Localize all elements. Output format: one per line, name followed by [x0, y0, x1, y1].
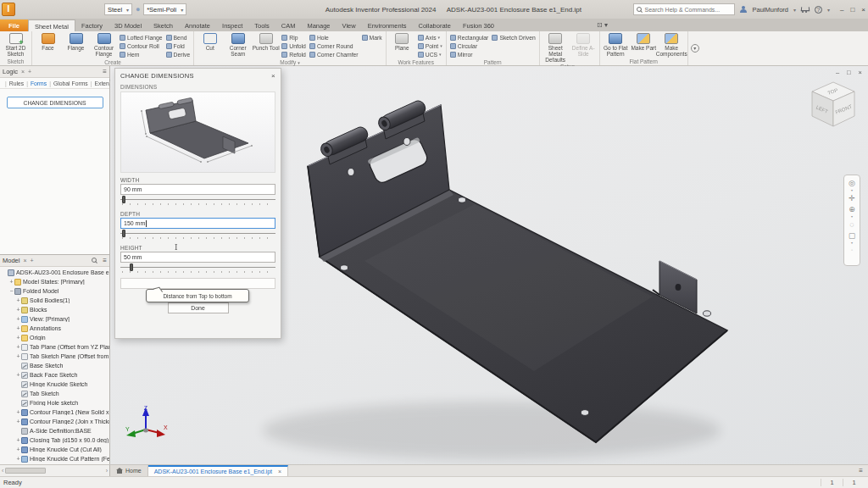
logic-tab[interactable]: Forms	[24, 80, 47, 86]
ribbon-button-small[interactable]: Rip	[281, 33, 306, 42]
ribbon-tab[interactable]: File	[0, 19, 28, 31]
tree-item[interactable]: + Annotations	[0, 324, 109, 333]
chevron-down-icon[interactable]: ▾	[851, 241, 853, 245]
look-at-icon[interactable]: ▢	[847, 230, 857, 241]
menu-icon[interactable]: ≡	[103, 257, 107, 264]
ribbon-button[interactable]: Make Part	[630, 32, 658, 51]
ribbon-tab[interactable]: Inspect	[216, 19, 248, 31]
ribbon-button-small[interactable]: Hem	[120, 50, 163, 58]
ribbon-button[interactable]: Face	[34, 32, 62, 57]
ribbon-button[interactable]: Make Components	[658, 32, 686, 57]
ribbon-button-small[interactable]: Mark	[362, 33, 382, 42]
ribbon-tab[interactable]: Factory	[75, 19, 108, 31]
tree-expander[interactable]: +	[15, 297, 21, 303]
scroll-left-icon[interactable]: ‹	[2, 468, 3, 474]
menu-icon[interactable]: ≡	[103, 68, 107, 75]
tree-item[interactable]: + Hinge Knuckle Cut (Cut All)	[0, 445, 109, 454]
close-button[interactable]: ×	[861, 6, 865, 14]
ribbon-button[interactable]: Go to Flat Pattern	[602, 32, 630, 57]
dialog-close-icon[interactable]: ×	[271, 72, 275, 80]
scroll-right-icon[interactable]: ›	[106, 468, 108, 474]
ribbon-tab[interactable]: 3D Model	[108, 19, 147, 31]
done-button[interactable]: Done	[168, 302, 229, 313]
tree-expander[interactable]: −	[8, 288, 14, 294]
ribbon-tab[interactable]: Sheet Metal	[28, 19, 75, 31]
width-input[interactable]: 90 mm	[120, 184, 275, 195]
appearance-ball-icon[interactable]: ●	[134, 5, 142, 14]
ribbon-button[interactable]: Punch Tool	[252, 32, 280, 57]
ribbon-tab[interactable]: CAM	[275, 19, 302, 31]
tab-menu-icon[interactable]: ≡	[859, 467, 863, 474]
tree-expander[interactable]: +	[15, 419, 21, 424]
user-name[interactable]: PaulMunford	[752, 6, 788, 14]
ribbon-tab[interactable]: Collaborate	[413, 19, 457, 31]
change-dimensions-button[interactable]: CHANGE DIMENSIONS	[7, 97, 103, 108]
ribbon-tab[interactable]: Manage	[301, 19, 336, 31]
tree-item[interactable]: + Model States: [Primary]	[0, 277, 109, 286]
dialog-header[interactable]: CHANGE DIMENSIONS ×	[120, 69, 275, 82]
ribbon-group-label[interactable]: Work Features	[388, 58, 444, 66]
tree-item[interactable]: + Tab Plane (Offset from YZ Plane (Sid	[0, 342, 109, 352]
logic-tab[interactable]: Exten	[88, 80, 109, 86]
zoom-icon[interactable]: ⊕	[847, 204, 857, 214]
ribbon-button[interactable]: Define A-Side	[570, 32, 598, 57]
logic-tab[interactable]: Global Forms	[47, 80, 88, 86]
tree-item[interactable]: A-Side Definition:BASE	[0, 426, 109, 435]
ribbon-button[interactable]: Contour Flange	[90, 32, 118, 57]
tree-item[interactable]: + Back Face Sketch	[0, 370, 109, 380]
tree-expander[interactable]: +	[15, 344, 21, 350]
ribbon-button[interactable]: Cut	[196, 32, 224, 57]
ribbon-tab[interactable]: Fusion 360	[457, 19, 500, 31]
tree-item[interactable]: ADSK-AU23-001 Enclosure Base e1_End.ipt	[0, 268, 109, 277]
search-box[interactable]	[633, 3, 735, 15]
tree-item[interactable]: + Solid Bodies(1)	[0, 296, 109, 305]
tree-item[interactable]: + View: [Primary]	[0, 314, 109, 324]
chevron-down-icon[interactable]: ▾	[793, 7, 796, 13]
tree-item[interactable]: Base Sketch	[0, 361, 109, 370]
full-navigation-wheel-icon[interactable]: ◎	[847, 178, 857, 188]
close-icon[interactable]: ×	[21, 69, 25, 75]
tree-item[interactable]: − Folded Model	[0, 286, 109, 296]
ribbon-button-small[interactable]: Circular	[450, 42, 489, 50]
tree-expander[interactable]: +	[15, 353, 21, 359]
ribbon-button-small[interactable]: Fold	[166, 42, 191, 50]
height-slider[interactable]	[120, 263, 275, 274]
tree-item[interactable]: + Closing Tab (d150 x 90.0 deg)	[0, 435, 109, 445]
tree-expander[interactable]: +	[8, 279, 14, 285]
ribbon-button-small[interactable]: Rectangular	[450, 33, 489, 42]
ribbon-button-small[interactable]: Lofted Flange	[120, 33, 163, 42]
ribbon-button-small[interactable]: Sketch Driven	[492, 33, 535, 42]
tree-item[interactable]: + Blocks	[0, 305, 109, 314]
ribbon-button-small[interactable]: Point▾	[418, 42, 442, 50]
ribbon-button-small[interactable]: Contour Roll	[120, 42, 163, 50]
depth-slider-handle[interactable]	[122, 230, 125, 237]
ribbon-tab[interactable]: Sketch	[147, 19, 179, 31]
ribbon-button[interactable]: Plane	[388, 32, 416, 51]
ribbon-group-label[interactable]: Create	[34, 58, 192, 66]
ribbon-tab[interactable]: View	[337, 19, 362, 31]
help-icon[interactable]: ?	[815, 6, 822, 14]
pan-icon[interactable]: ✛	[847, 193, 857, 203]
chevron-down-icon[interactable]: ▾	[851, 189, 853, 192]
screenshot-icon[interactable]: ⊡ ▾	[597, 19, 608, 30]
tree-horizontal-scrollbar[interactable]: ‹ ›	[0, 465, 110, 476]
tree-item[interactable]: Tab Sketch	[0, 389, 109, 398]
doc-close-button[interactable]: ×	[859, 69, 862, 76]
ribbon-button-small[interactable]: Derive	[166, 50, 191, 58]
add-tab-icon[interactable]: +	[31, 258, 34, 263]
store-cart-icon[interactable]	[801, 6, 810, 13]
ribbon-collapse-button[interactable]: ▾	[688, 31, 702, 65]
height-slider-handle[interactable]	[130, 263, 133, 271]
tree-expander[interactable]: +	[15, 437, 21, 443]
tree-expander[interactable]: +	[15, 316, 21, 322]
search-icon[interactable]	[92, 258, 97, 263]
ribbon-button-small[interactable]: Corner Round	[309, 42, 359, 50]
ribbon-button[interactable]: Flange	[62, 32, 90, 57]
width-slider-handle[interactable]	[122, 196, 125, 203]
appearance-dropdown[interactable]: *Semi-Poli▾	[143, 3, 186, 15]
tree-item[interactable]: Fixing Hole sketch	[0, 398, 109, 408]
search-input[interactable]	[644, 7, 732, 13]
orbit-icon[interactable]: ◌	[847, 219, 857, 230]
ribbon-button[interactable]: Start 2D Sketch	[2, 32, 30, 57]
tree-item[interactable]: Hinge Knuckle Sketch	[0, 380, 109, 389]
